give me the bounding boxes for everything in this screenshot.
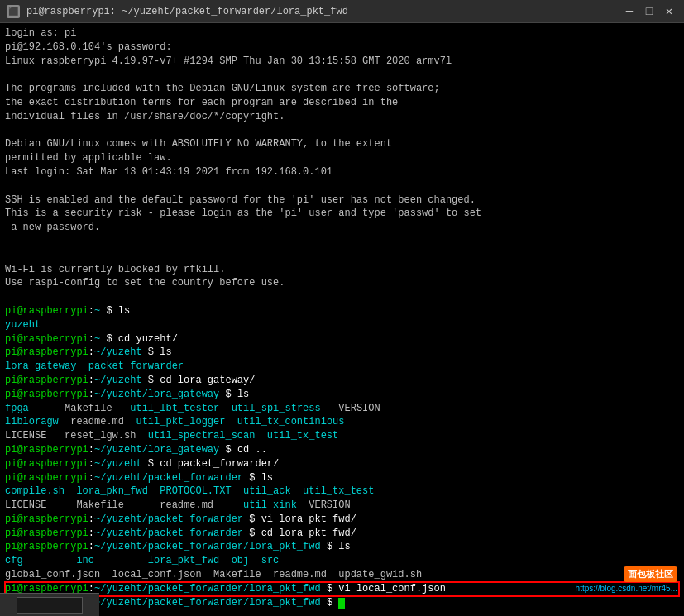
terminal-line: pi@raspberrypi:~/yuzeht $ cd lora_gatewa… <box>5 374 679 388</box>
terminal-line <box>5 179 679 193</box>
terminal-line: pi@192.168.0.104's password: <box>5 41 679 55</box>
terminal-line: login as: pi <box>5 26 679 41</box>
terminal-line: Linux raspberrypi 4.19.97-v7+ #1294 SMP … <box>5 55 679 69</box>
maximize-button[interactable]: □ <box>641 5 658 18</box>
terminal-icon: ⬛ <box>7 5 20 18</box>
terminal-body[interactable]: login as: pi pi@192.168.0.104's password… <box>0 23 684 616</box>
terminal-line: libloragw readme.md util_pkt_logger util… <box>5 415 679 429</box>
terminal-line: yuzeht <box>5 318 679 332</box>
terminal-line <box>5 68 679 82</box>
terminal-line: fpga Makefile util_lbt_tester util_spi_s… <box>5 402 679 416</box>
title-bar-left: ⬛ pi@raspberrypi: ~/yuzeht/packet_forwar… <box>7 5 348 18</box>
terminal-line: lora_gateway packet_forwarder <box>5 360 679 374</box>
terminal-line: individual files in /usr/share/doc/*/cop… <box>5 110 679 124</box>
terminal-line <box>5 235 679 249</box>
title-bar-controls: ─ □ ✕ <box>621 5 677 18</box>
title-bar-text: pi@raspberrypi: ~/yuzeht/packet_forwarde… <box>26 6 348 17</box>
terminal-cursor-line: pi@raspberrypi:~/yuzeht/packet_forwarder… <box>5 596 679 610</box>
terminal-line: LICENSE reset_lgw.sh util_spectral_scan … <box>5 429 679 443</box>
terminal-line: The programs included with the Debian GN… <box>5 82 679 96</box>
thumbnail-preview <box>17 597 83 614</box>
thumbnail-strip <box>0 593 99 616</box>
terminal-line: pi@raspberrypi:~/yuzeht $ cd packet_forw… <box>5 457 679 471</box>
terminal-line: the exact distribution terms for each pr… <box>5 96 679 110</box>
terminal-line: pi@raspberrypi:~/yuzeht/packet_forwarder… <box>5 471 679 485</box>
terminal-line: Debian GNU/Linux comes with ABSOLUTELY N… <box>5 137 679 151</box>
terminal-line: compile.sh lora_pkn_fwd PROTOCOL.TXT uti… <box>5 485 679 499</box>
terminal-line: pi@raspberrypi:~/yuzeht/lora_gateway $ c… <box>5 443 679 457</box>
terminal-line: Wi-Fi is currently blocked by rfkill. <box>5 263 679 277</box>
watermark-badge: 面包板社区 <box>624 566 677 582</box>
terminal-line: pi@raspberrypi:~/yuzeht/lora_gateway $ l… <box>5 388 679 402</box>
terminal-line: Last login: Sat Mar 13 01:43:19 2021 fro… <box>5 165 679 179</box>
terminal-line: a new password. <box>5 221 679 235</box>
terminal-line: SSH is enabled and the default password … <box>5 193 679 208</box>
close-button[interactable]: ✕ <box>661 5 677 18</box>
terminal-line: pi@raspberrypi:~/yuzeht/packet_forwarder… <box>5 527 679 541</box>
terminal-line <box>5 124 679 138</box>
terminal-line: Use raspi-config to set the country befo… <box>5 276 679 290</box>
terminal-line: pi@raspberrypi:~ $ cd yuzeht/ <box>5 332 679 346</box>
terminal-line: pi@raspberrypi:~/yuzeht/packet_forwarder… <box>5 513 679 527</box>
minimize-button[interactable]: ─ <box>621 5 638 18</box>
watermark-area: 面包板社区 https://blog.csdn.net/mr45... <box>576 566 677 593</box>
terminal-line: pi@raspberrypi:~/yuzeht/packet_forwarder… <box>5 540 679 554</box>
terminal-line: pi@raspberrypi:~ $ ls <box>5 304 679 318</box>
terminal-line: pi@raspberrypi:~/yuzeht $ ls <box>5 346 679 360</box>
title-bar: ⬛ pi@raspberrypi: ~/yuzeht/packet_forwar… <box>0 0 684 23</box>
terminal-line <box>5 249 679 263</box>
terminal-line: This is a security risk - please login a… <box>5 207 679 221</box>
terminal-line <box>5 290 679 304</box>
watermark-url: https://blog.csdn.net/mr45... <box>576 584 677 593</box>
terminal-line: LICENSE Makefile readme.md util_xink VER… <box>5 499 679 513</box>
terminal-line: permitted by applicable law. <box>5 151 679 165</box>
